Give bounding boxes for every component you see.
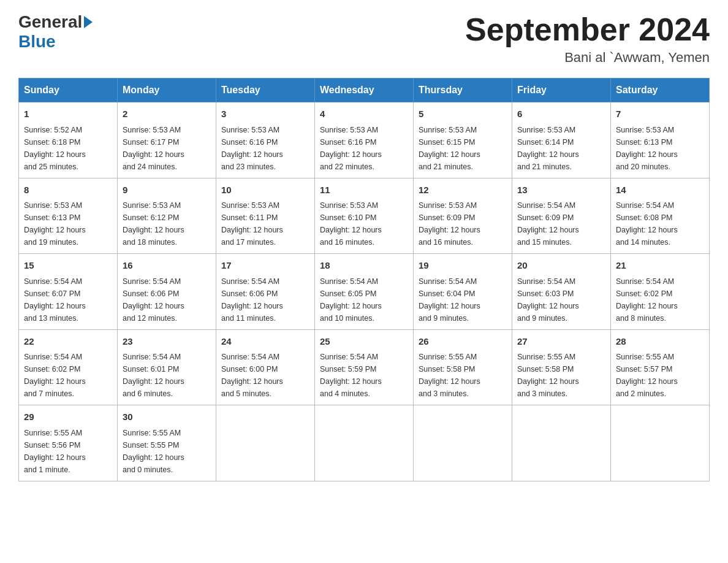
day-number: 14 — [616, 183, 704, 197]
day-info: Sunrise: 5:54 AMSunset: 6:03 PMDaylight:… — [517, 275, 605, 324]
day-number: 20 — [517, 259, 605, 273]
day-number: 22 — [24, 335, 112, 349]
calendar-cell: 27Sunrise: 5:55 AMSunset: 5:58 PMDayligh… — [512, 329, 611, 405]
day-info: Sunrise: 5:53 AMSunset: 6:09 PMDaylight:… — [419, 199, 507, 248]
header-wednesday: Wednesday — [315, 79, 414, 102]
day-info: Sunrise: 5:53 AMSunset: 6:17 PMDaylight:… — [123, 124, 211, 173]
title-area: September 2024 Bani al `Awwam, Yemen — [465, 12, 710, 66]
calendar-cell — [611, 405, 710, 481]
day-info: Sunrise: 5:54 AMSunset: 6:02 PMDaylight:… — [616, 275, 704, 324]
calendar-cell: 28Sunrise: 5:55 AMSunset: 5:57 PMDayligh… — [611, 329, 710, 405]
calendar-cell — [315, 405, 414, 481]
day-number: 11 — [320, 183, 408, 197]
calendar-cell: 15Sunrise: 5:54 AMSunset: 6:07 PMDayligh… — [19, 254, 118, 330]
day-info: Sunrise: 5:55 AMSunset: 5:58 PMDaylight:… — [517, 351, 605, 400]
day-info: Sunrise: 5:52 AMSunset: 6:18 PMDaylight:… — [24, 124, 112, 173]
calendar-cell — [512, 405, 611, 481]
calendar-cell: 11Sunrise: 5:53 AMSunset: 6:10 PMDayligh… — [315, 178, 414, 254]
header-tuesday: Tuesday — [216, 79, 315, 102]
day-number: 19 — [419, 259, 507, 273]
calendar-cell: 9Sunrise: 5:53 AMSunset: 6:12 PMDaylight… — [118, 178, 216, 254]
day-number: 12 — [419, 183, 507, 197]
day-info: Sunrise: 5:55 AMSunset: 5:58 PMDaylight:… — [419, 351, 507, 400]
calendar-cell: 30Sunrise: 5:55 AMSunset: 5:55 PMDayligh… — [118, 405, 216, 481]
header-monday: Monday — [118, 79, 216, 102]
calendar-cell: 25Sunrise: 5:54 AMSunset: 5:59 PMDayligh… — [315, 329, 414, 405]
calendar-cell: 8Sunrise: 5:53 AMSunset: 6:13 PMDaylight… — [19, 178, 118, 254]
day-number: 1 — [24, 107, 112, 121]
calendar-cell: 10Sunrise: 5:53 AMSunset: 6:11 PMDayligh… — [216, 178, 315, 254]
week-row-5: 29Sunrise: 5:55 AMSunset: 5:56 PMDayligh… — [19, 405, 710, 481]
day-number: 27 — [517, 335, 605, 349]
day-number: 30 — [123, 410, 211, 424]
calendar-cell: 29Sunrise: 5:55 AMSunset: 5:56 PMDayligh… — [19, 405, 118, 481]
day-info: Sunrise: 5:54 AMSunset: 6:00 PMDaylight:… — [221, 351, 309, 400]
day-number: 10 — [221, 183, 309, 197]
day-info: Sunrise: 5:53 AMSunset: 6:13 PMDaylight:… — [24, 199, 112, 248]
day-info: Sunrise: 5:55 AMSunset: 5:57 PMDaylight:… — [616, 351, 704, 400]
day-number: 4 — [320, 107, 408, 121]
day-number: 6 — [517, 107, 605, 121]
day-info: Sunrise: 5:53 AMSunset: 6:15 PMDaylight:… — [419, 124, 507, 173]
day-info: Sunrise: 5:54 AMSunset: 6:06 PMDaylight:… — [123, 275, 211, 324]
day-number: 13 — [517, 183, 605, 197]
day-info: Sunrise: 5:54 AMSunset: 6:01 PMDaylight:… — [123, 351, 211, 400]
week-row-4: 22Sunrise: 5:54 AMSunset: 6:02 PMDayligh… — [19, 329, 710, 405]
day-number: 24 — [221, 335, 309, 349]
calendar-cell: 20Sunrise: 5:54 AMSunset: 6:03 PMDayligh… — [512, 254, 611, 330]
day-number: 2 — [123, 107, 211, 121]
calendar-cell: 16Sunrise: 5:54 AMSunset: 6:06 PMDayligh… — [118, 254, 216, 330]
day-number: 5 — [419, 107, 507, 121]
calendar-cell: 3Sunrise: 5:53 AMSunset: 6:16 PMDaylight… — [216, 102, 315, 178]
calendar-cell: 23Sunrise: 5:54 AMSunset: 6:01 PMDayligh… — [118, 329, 216, 405]
day-info: Sunrise: 5:54 AMSunset: 6:05 PMDaylight:… — [320, 275, 408, 324]
day-number: 9 — [123, 183, 211, 197]
day-info: Sunrise: 5:53 AMSunset: 6:12 PMDaylight:… — [123, 199, 211, 248]
calendar-table: SundayMondayTuesdayWednesdayThursdayFrid… — [18, 78, 710, 481]
day-number: 16 — [123, 259, 211, 273]
logo-general: General — [18, 12, 82, 32]
calendar-cell: 4Sunrise: 5:53 AMSunset: 6:16 PMDaylight… — [315, 102, 414, 178]
location-title: Bani al `Awwam, Yemen — [465, 50, 710, 66]
logo-triangle-icon — [84, 16, 93, 28]
calendar-cell: 13Sunrise: 5:54 AMSunset: 6:09 PMDayligh… — [512, 178, 611, 254]
day-info: Sunrise: 5:54 AMSunset: 6:04 PMDaylight:… — [419, 275, 507, 324]
calendar-cell: 18Sunrise: 5:54 AMSunset: 6:05 PMDayligh… — [315, 254, 414, 330]
day-number: 23 — [123, 335, 211, 349]
calendar-cell: 14Sunrise: 5:54 AMSunset: 6:08 PMDayligh… — [611, 178, 710, 254]
day-info: Sunrise: 5:53 AMSunset: 6:11 PMDaylight:… — [221, 199, 309, 248]
calendar-cell: 19Sunrise: 5:54 AMSunset: 6:04 PMDayligh… — [414, 254, 512, 330]
day-info: Sunrise: 5:53 AMSunset: 6:16 PMDaylight:… — [221, 124, 309, 173]
calendar-cell: 6Sunrise: 5:53 AMSunset: 6:14 PMDaylight… — [512, 102, 611, 178]
calendar-header-row: SundayMondayTuesdayWednesdayThursdayFrid… — [19, 79, 710, 102]
header-friday: Friday — [512, 79, 611, 102]
day-info: Sunrise: 5:54 AMSunset: 6:07 PMDaylight:… — [24, 275, 112, 324]
week-row-3: 15Sunrise: 5:54 AMSunset: 6:07 PMDayligh… — [19, 254, 710, 330]
header-saturday: Saturday — [611, 79, 710, 102]
header-sunday: Sunday — [19, 79, 118, 102]
day-number: 17 — [221, 259, 309, 273]
calendar-cell: 22Sunrise: 5:54 AMSunset: 6:02 PMDayligh… — [19, 329, 118, 405]
calendar-cell: 7Sunrise: 5:53 AMSunset: 6:13 PMDaylight… — [611, 102, 710, 178]
day-info: Sunrise: 5:54 AMSunset: 6:06 PMDaylight:… — [221, 275, 309, 324]
day-number: 7 — [616, 107, 704, 121]
month-title: September 2024 — [465, 12, 710, 47]
day-info: Sunrise: 5:53 AMSunset: 6:14 PMDaylight:… — [517, 124, 605, 173]
week-row-2: 8Sunrise: 5:53 AMSunset: 6:13 PMDaylight… — [19, 178, 710, 254]
day-info: Sunrise: 5:54 AMSunset: 6:09 PMDaylight:… — [517, 199, 605, 248]
calendar-cell: 5Sunrise: 5:53 AMSunset: 6:15 PMDaylight… — [414, 102, 512, 178]
day-info: Sunrise: 5:53 AMSunset: 6:13 PMDaylight:… — [616, 124, 704, 173]
day-number: 26 — [419, 335, 507, 349]
calendar-cell: 26Sunrise: 5:55 AMSunset: 5:58 PMDayligh… — [414, 329, 512, 405]
header-thursday: Thursday — [414, 79, 512, 102]
calendar-cell: 17Sunrise: 5:54 AMSunset: 6:06 PMDayligh… — [216, 254, 315, 330]
week-row-1: 1Sunrise: 5:52 AMSunset: 6:18 PMDaylight… — [19, 102, 710, 178]
day-info: Sunrise: 5:54 AMSunset: 6:08 PMDaylight:… — [616, 199, 704, 248]
day-info: Sunrise: 5:55 AMSunset: 5:55 PMDaylight:… — [123, 427, 211, 476]
calendar-cell: 2Sunrise: 5:53 AMSunset: 6:17 PMDaylight… — [118, 102, 216, 178]
day-info: Sunrise: 5:53 AMSunset: 6:16 PMDaylight:… — [320, 124, 408, 173]
calendar-cell: 24Sunrise: 5:54 AMSunset: 6:00 PMDayligh… — [216, 329, 315, 405]
day-info: Sunrise: 5:55 AMSunset: 5:56 PMDaylight:… — [24, 427, 112, 476]
day-info: Sunrise: 5:53 AMSunset: 6:10 PMDaylight:… — [320, 199, 408, 248]
day-number: 21 — [616, 259, 704, 273]
